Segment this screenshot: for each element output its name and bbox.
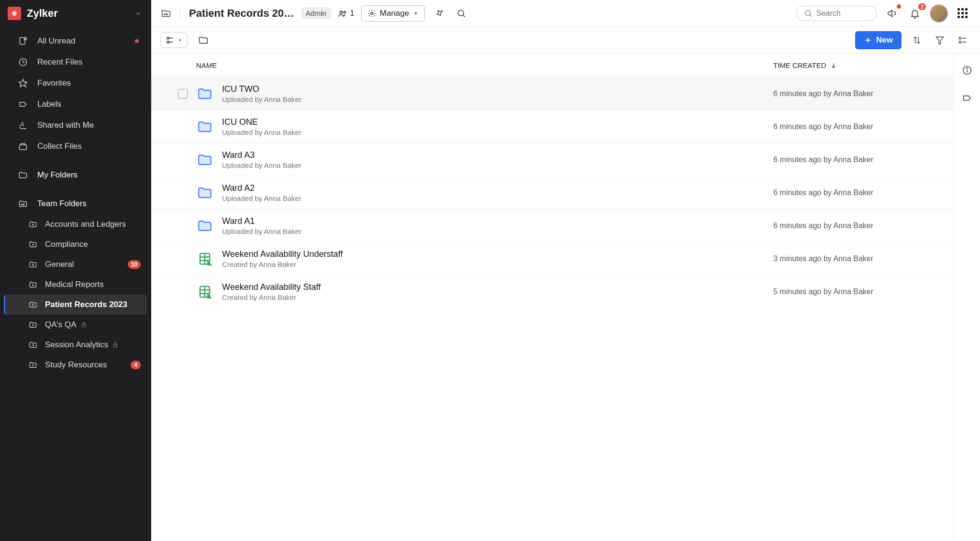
layout-button[interactable] — [955, 33, 970, 48]
search-input[interactable] — [816, 9, 869, 18]
unread-dot — [135, 39, 139, 43]
time-created: 6 minutes ago by Anna Baker — [773, 122, 926, 131]
time-created: 6 minutes ago by Anna Baker — [773, 155, 926, 164]
manage-button[interactable]: Manage — [361, 5, 425, 22]
svg-line-25 — [463, 15, 465, 17]
team-folder-item[interactable]: Accounts and Ledgers — [4, 214, 147, 234]
sidebar-item-label: Recent Files — [37, 57, 82, 67]
org-switcher[interactable]: Zylker — [0, 0, 151, 27]
team-folder-icon — [28, 219, 38, 230]
table-row[interactable]: ICU TWOUploaded by Anna Baker6 minutes a… — [151, 77, 953, 110]
pin-icon — [434, 9, 444, 18]
svg-point-6 — [21, 204, 22, 205]
main: Patient Records 20… Admin 1 Manage — [151, 0, 980, 541]
sidebar-nav-unread[interactable]: All Unread — [4, 31, 147, 52]
team-folder-root-icon[interactable] — [161, 8, 171, 19]
role-badge: Admin — [301, 7, 331, 19]
pin-button[interactable] — [432, 6, 447, 21]
new-button[interactable]: New — [855, 31, 902, 49]
time-created: 3 minutes ago by Anna Baker — [773, 254, 926, 263]
view-type-dropdown[interactable] — [161, 33, 188, 48]
user-avatar[interactable] — [930, 4, 948, 22]
info-button[interactable] — [959, 62, 975, 78]
svg-rect-36 — [959, 37, 961, 39]
svg-line-27 — [810, 15, 812, 17]
col-time-header[interactable]: TIME CREATED — [773, 61, 926, 69]
sidebar-nav-collect[interactable]: Collect Files — [4, 136, 147, 157]
page-title: Patient Records 20… — [189, 7, 294, 20]
file-name: Weekend Availability Staff — [222, 282, 773, 292]
team-folder-item[interactable]: QA's QA — [4, 315, 147, 335]
file-name: Ward A2 — [222, 183, 773, 193]
sidebar-nav-share[interactable]: Shared with Me — [4, 115, 147, 136]
org-logo — [8, 7, 21, 20]
svg-point-7 — [23, 204, 24, 205]
chevron-down-icon — [135, 10, 142, 17]
folder-icon — [198, 35, 209, 45]
sidebar-item-label: All Unread — [37, 36, 75, 46]
members-count[interactable]: 1 — [338, 9, 355, 18]
filter-button[interactable] — [932, 33, 947, 48]
sidebar-nav-star[interactable]: Favorites — [4, 73, 147, 94]
team-folder-item[interactable]: Compliance — [4, 234, 147, 254]
sidebar-team-folders[interactable]: Team Folders — [4, 193, 147, 214]
table-row[interactable]: ICU ONEUploaded by Anna Baker6 minutes a… — [151, 110, 953, 143]
gear-icon — [368, 9, 376, 18]
notifications-button[interactable]: 2 — [907, 5, 923, 22]
share-icon — [17, 120, 29, 131]
svg-rect-37 — [959, 41, 961, 43]
label-panel-button[interactable] — [959, 90, 975, 106]
svg-point-8 — [33, 224, 33, 225]
table-row[interactable]: Weekend Availability UnderstaffCreated b… — [151, 242, 953, 275]
sidebar-item-label: Compliance — [45, 240, 88, 249]
table-row[interactable]: Ward A3Uploaded by Anna Baker6 minutes a… — [151, 143, 953, 176]
table-row[interactable]: Ward A2Uploaded by Anna Baker6 minutes a… — [151, 176, 953, 209]
file-name: ICU ONE — [222, 117, 773, 127]
count-badge: 4 — [131, 361, 141, 369]
svg-point-13 — [33, 325, 33, 326]
svg-marker-23 — [414, 12, 417, 14]
table-row[interactable]: Ward A1Uploaded by Anna Baker6 minutes a… — [151, 209, 953, 242]
row-checkbox[interactable] — [178, 89, 188, 99]
new-label: New — [876, 35, 893, 45]
team-folder-item[interactable]: Medical Reports — [4, 275, 147, 295]
team-folder-item[interactable]: Study Resources4 — [4, 355, 147, 375]
folder-view-button[interactable] — [195, 32, 212, 48]
svg-point-11 — [33, 285, 33, 286]
table-row[interactable]: Weekend Availability StaffCreated by Ann… — [151, 275, 953, 308]
plus-icon — [864, 36, 872, 44]
file-name: Ward A1 — [222, 216, 773, 226]
sidebar-my-folders[interactable]: My Folders — [4, 165, 147, 186]
sort-button[interactable] — [909, 33, 924, 48]
svg-point-21 — [344, 11, 345, 13]
team-folder-item[interactable]: Session Analytics — [4, 335, 147, 355]
col-name-header[interactable]: NAME — [196, 61, 773, 69]
file-name: Weekend Availability Understaff — [222, 249, 773, 259]
team-folder-item[interactable]: Patient Records 2023 — [4, 295, 147, 315]
sidebar-nav-clock[interactable]: Recent Files — [4, 52, 147, 73]
info-icon — [962, 65, 972, 76]
folder-icon — [17, 169, 29, 181]
filter-icon — [935, 35, 945, 45]
sidebar-nav-tag[interactable]: Labels — [4, 94, 147, 115]
team-folder-item[interactable]: General10 — [4, 254, 147, 275]
time-created: 6 minutes ago by Anna Baker — [773, 188, 926, 197]
apps-launcher[interactable] — [955, 5, 970, 21]
team-folder-icon — [28, 360, 38, 370]
svg-point-26 — [805, 11, 811, 16]
member-count-value: 1 — [350, 9, 355, 18]
apps-grid-icon — [958, 8, 968, 18]
sidebar: Zylker All UnreadRecent FilesFavoritesLa… — [0, 0, 151, 541]
unread-icon — [17, 35, 29, 47]
folder-icon — [196, 151, 213, 168]
clock-icon — [17, 56, 29, 68]
topbar: Patient Records 20… Admin 1 Manage — [151, 0, 980, 27]
global-search[interactable] — [796, 6, 877, 21]
svg-point-17 — [33, 365, 33, 366]
folder-icon — [196, 217, 213, 234]
search-in-folder-button[interactable] — [454, 6, 469, 21]
file-list: NAME TIME CREATED ICU TWOUploaded by Ann… — [151, 54, 953, 541]
svg-point-22 — [370, 12, 373, 14]
sidebar-item-label: Shared with Me — [37, 121, 94, 130]
announcements-button[interactable] — [884, 5, 900, 22]
